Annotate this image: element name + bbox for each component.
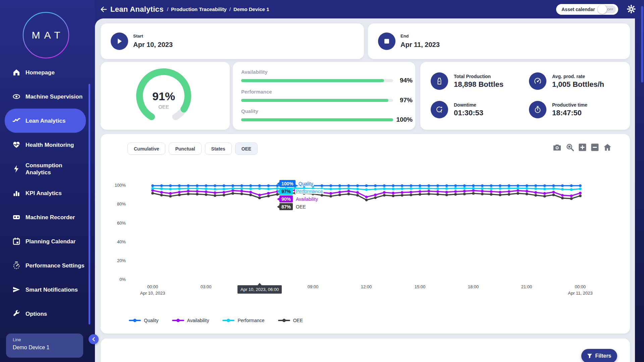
gauge-icon — [12, 261, 21, 270]
bolt-icon — [12, 165, 21, 173]
line-label: Line — [13, 337, 76, 342]
stat-avg-prod-rate: Avg. prod. rate 1,005 Bottles/h — [529, 72, 604, 90]
settings-gear-icon[interactable] — [627, 4, 636, 14]
end-date: Apr 11, 2023 — [400, 41, 440, 49]
oee-gauge-card: 91% OEE — [101, 62, 230, 130]
heart-pulse-icon — [12, 140, 21, 149]
kpi-availability-value: 94% — [396, 77, 413, 84]
sidebar-item-machine-supervision[interactable]: Machine Supervision — [5, 84, 86, 109]
stop-icon — [378, 33, 395, 50]
sidebar: MAT Homepage Machine Supervision Lean An… — [0, 0, 95, 362]
asset-calendar-switch[interactable]: OFF — [598, 5, 616, 13]
asset-calendar-toggle-pill[interactable]: Asset calendar OFF — [556, 4, 618, 15]
legend-oee[interactable]: OEE — [278, 318, 303, 323]
wrench-icon — [12, 309, 21, 318]
line-value: Demo Device 1 — [13, 345, 76, 351]
calendar-icon — [12, 237, 21, 246]
x-tick: 00:00Apr 11, 2023 — [562, 284, 599, 296]
stat-total-production: Total Production 18,898 Bottles — [431, 72, 503, 90]
bar-chart-icon — [12, 189, 21, 197]
chevron-left-icon — [92, 337, 96, 342]
asset-calendar-label: Asset calendar — [561, 7, 595, 12]
topbar: Lean Analytics / Production Traceability… — [95, 0, 644, 18]
tooltip-caret — [258, 283, 262, 285]
x-tick: 12:00 — [348, 284, 385, 289]
logo-text: MAT — [22, 12, 69, 59]
start-date: Apr 10, 2023 — [133, 41, 173, 49]
oee-line-chart[interactable] — [101, 134, 630, 334]
kpi-availability-label: Availability — [241, 69, 268, 75]
hover-label-quality: 100%Quality — [277, 180, 314, 187]
legend-quality[interactable]: Quality — [129, 318, 159, 323]
kpi-quality-label: Quality — [241, 108, 258, 114]
stopwatch-icon — [529, 101, 546, 118]
end-label: End — [400, 34, 409, 39]
chart-legend: Quality Availability Performance OEE — [129, 318, 303, 323]
kpi-performance-label: Performance — [241, 89, 272, 95]
sidebar-item-smart-notifications[interactable]: Smart Notifications — [5, 278, 86, 302]
hover-label-oee: 87%OEE — [277, 203, 307, 210]
x-tick: 09:00 — [294, 284, 331, 289]
cassette-icon — [12, 213, 21, 222]
hover-label-availability: 90%Availability — [277, 195, 319, 202]
x-tick: 21:00 — [508, 284, 545, 289]
back-arrow-icon[interactable] — [100, 5, 108, 13]
sidebar-scrollbar[interactable] — [89, 84, 90, 324]
eye-icon — [12, 92, 21, 101]
kpi-quality-bar — [241, 118, 393, 121]
line-selector-panel[interactable]: Line Demo Device 1 — [6, 334, 83, 358]
send-icon — [12, 285, 21, 294]
x-tick: 03:00 — [187, 284, 224, 289]
sidebar-item-planning-calendar[interactable]: Planning Calendar — [5, 229, 86, 253]
legend-performance[interactable]: Performance — [222, 318, 264, 323]
mat-logo: MAT — [22, 12, 69, 59]
breadcrumb-item[interactable]: Demo Device 1 — [233, 6, 269, 12]
oee-chart-card: Cumulative Punctual States OEE 100% 80% … — [101, 134, 630, 334]
x-tick: 18:00 — [455, 284, 492, 289]
gauge-label: OEE — [133, 104, 194, 110]
toggle-knob — [598, 5, 607, 14]
start-date-card[interactable]: Start Apr 10, 2023 — [101, 23, 364, 59]
start-label: Start — [133, 34, 143, 39]
page-scrollbar[interactable] — [641, 6, 643, 82]
sidebar-item-kpi-analytics[interactable]: KPI Analytics — [5, 181, 86, 205]
breadcrumb-item[interactable]: Production Traceability — [171, 6, 227, 12]
bottom-section-card — [101, 339, 630, 362]
sidebar-item-machine-recorder[interactable]: Machine Recorder — [5, 205, 86, 229]
kpi-bars-card: Availability 94% Performance 97% Quality… — [233, 62, 415, 130]
x-tick: 00:00Apr 10, 2023 — [134, 284, 171, 296]
kpi-availability-bar — [241, 79, 393, 82]
filters-button[interactable]: Filters — [581, 349, 617, 362]
x-tick: 15:00 — [401, 284, 438, 289]
sidebar-item-health-monitoring[interactable]: Health Monitoring — [5, 133, 86, 157]
speedometer-icon — [529, 72, 546, 90]
sidebar-item-options[interactable]: Options — [5, 302, 86, 326]
sidebar-collapse-button[interactable] — [89, 334, 99, 344]
bottle-icon — [431, 72, 448, 90]
kpi-performance-bar — [241, 99, 393, 102]
sidebar-item-homepage[interactable]: Homepage — [5, 60, 86, 84]
toggle-state-label: OFF — [607, 8, 613, 11]
play-icon — [111, 33, 128, 50]
stat-productive-time: Productive time 18:47:50 — [529, 101, 587, 118]
legend-availability[interactable]: Availability — [172, 318, 209, 323]
x-axis-hover-tooltip: Apr 10, 2023, 06:00 — [237, 285, 282, 294]
sidebar-item-performance-settings[interactable]: Performance Settings — [5, 253, 86, 278]
breadcrumb: / Production Traceability / Demo Device … — [167, 6, 269, 12]
end-date-card[interactable]: End Apr 11, 2023 — [368, 23, 630, 59]
home-icon — [12, 68, 21, 77]
filter-funnel-icon — [587, 353, 592, 359]
page-title: Lean Analytics — [110, 5, 164, 14]
kpi-quality-value: 100% — [396, 116, 413, 123]
sidebar-item-consumption-analytics[interactable]: Consumption Analytics — [5, 157, 86, 181]
kpi-performance-value: 97% — [396, 97, 413, 104]
hover-label-performance: 97%Performance — [277, 188, 324, 195]
trend-icon — [12, 116, 21, 125]
downtime-icon — [431, 101, 448, 118]
production-stats-card: Total Production 18,898 Bottles Avg. pro… — [420, 62, 630, 130]
gauge-value: 91% — [133, 90, 194, 103]
sidebar-item-lean-analytics[interactable]: Lean Analytics — [5, 109, 86, 133]
stat-downtime: Downtime 01:30:53 — [431, 101, 483, 118]
